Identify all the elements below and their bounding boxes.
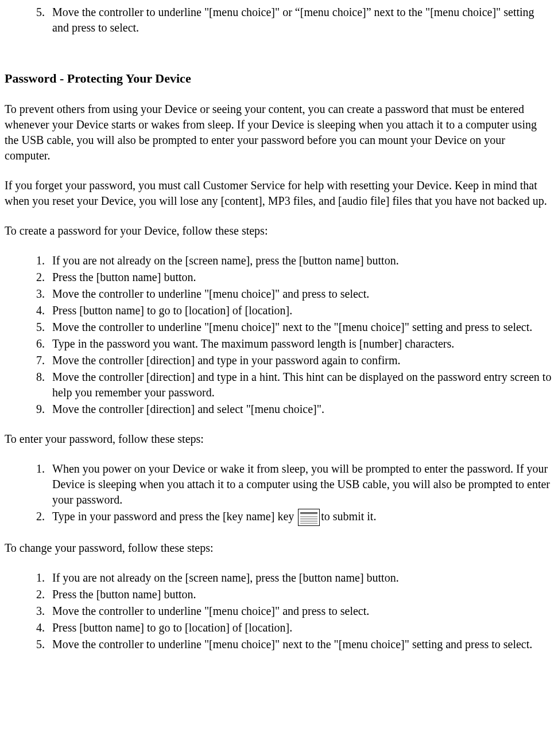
create-password-intro: To create a password for your Device, fo… xyxy=(5,223,553,239)
list-item: Type in your password and press the [key… xyxy=(48,509,553,526)
list-item: Move the controller [direction] and type… xyxy=(48,369,553,400)
enter-password-steps: When you power on your Device or wake it… xyxy=(5,461,553,526)
list-item: Press the [button name] button. xyxy=(48,270,553,285)
list-item: Press [button name] to go to [location] … xyxy=(48,303,553,318)
list-item: If you are not already on the [screen na… xyxy=(48,253,553,268)
list-item: Press the [button name] button. xyxy=(48,587,553,602)
intro-paragraph-2: If you forget your password, you must ca… xyxy=(5,178,553,209)
intro-paragraph-1: To prevent others from using your Device… xyxy=(5,102,553,163)
list-item: Press [button name] to go to [location] … xyxy=(48,620,553,636)
list-item: Move the controller to underline "[menu … xyxy=(48,5,553,36)
section-heading-password: Password - Protecting Your Device xyxy=(5,70,553,87)
create-password-steps: If you are not already on the [screen na… xyxy=(5,253,553,417)
enter-key-icon xyxy=(298,509,320,526)
list-item: When you power on your Device or wake it… xyxy=(48,461,553,508)
list-item: Type in the password you want. The maxim… xyxy=(48,336,553,352)
enter-password-intro: To enter your password, follow these ste… xyxy=(5,431,553,447)
change-password-steps: If you are not already on the [screen na… xyxy=(5,570,553,652)
change-password-intro: To change your password, follow these st… xyxy=(5,540,553,556)
list-item: Move the controller to underline "[menu … xyxy=(48,637,553,652)
step-text-before: Type in your password and press the [key… xyxy=(52,510,297,523)
list-item: Move the controller [direction] and sele… xyxy=(48,402,553,417)
preceding-step-list: Move the controller to underline "[menu … xyxy=(5,5,553,36)
list-item: Move the controller to underline "[menu … xyxy=(48,319,553,335)
list-item: If you are not already on the [screen na… xyxy=(48,570,553,586)
step-text-after: to submit it. xyxy=(321,510,376,523)
list-item: Move the controller to underline "[menu … xyxy=(48,286,553,302)
list-item: Move the controller to underline "[menu … xyxy=(48,603,553,619)
list-item: Move the controller [direction] and type… xyxy=(48,353,553,368)
